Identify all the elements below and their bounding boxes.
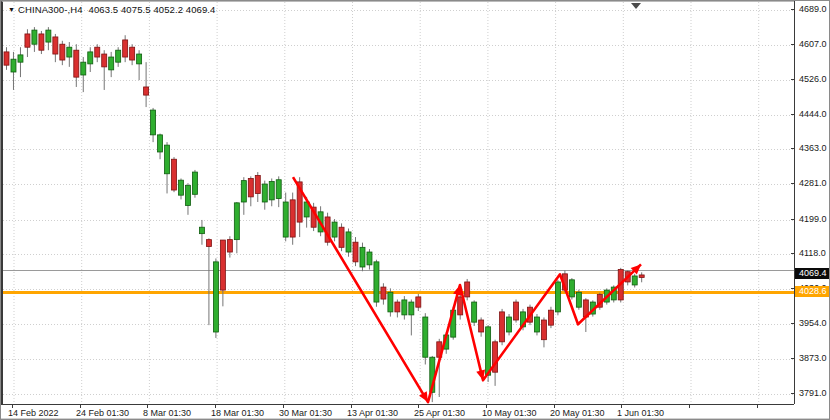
price-axis-label: 3791.0 [799,388,827,398]
candle-body [53,37,58,54]
candle-body [632,276,637,285]
candle-body [548,310,553,325]
time-axis-label: 30 Mar 01:30 [279,408,332,418]
candle-body [500,312,505,342]
price-axis-label: 4526.0 [799,74,827,84]
candle-body [416,297,421,307]
candle-body [172,159,177,190]
axis-corner [794,404,830,418]
candle-body [353,242,358,262]
time-axis-label: 8 Mar 01:30 [143,408,191,418]
time-axis-label: 1 Jun 01:30 [617,408,664,418]
price-axis-tick [791,44,795,45]
legend-symbol-label: CHINA300-,H4 [18,4,83,15]
candle-body [116,50,121,62]
candle-body [185,185,190,205]
candle-body [234,203,239,240]
price-axis-label: 3873.0 [799,353,827,363]
current-price-badge: 4069.4 [795,268,830,279]
candle-body [514,302,519,320]
price-axis-label: 4607.0 [799,39,827,49]
time-axis-label: 24 Feb 01:30 [76,408,129,418]
time-axis-label: 25 Apr 01:30 [414,408,465,418]
price-axis-label: 4444.0 [799,109,827,119]
candle-body [360,247,365,267]
candle-body [151,110,156,135]
candle-body [381,287,386,299]
price-axis-tick [791,114,795,115]
candle-body [130,47,135,60]
candle-body [81,62,86,75]
time-axis-label: 14 Feb 2022 [8,408,59,418]
candle-body [367,252,372,265]
price-axis-tick [791,393,795,394]
candle-body [486,327,491,375]
candle-body [339,227,344,247]
price-axis-label: 4281.0 [799,178,827,188]
candle-body [555,282,560,312]
price-axis-label: 4689.0 [799,4,827,14]
price-axis-tick [791,148,795,149]
legend-dropdown-icon[interactable]: ▼ [8,6,15,13]
candle-body [18,55,23,62]
candle-body [241,181,246,202]
candle-body [465,282,470,297]
candle-body [276,180,281,199]
candle-body [472,302,477,322]
candle-body [220,240,225,290]
candle-body [102,54,107,67]
candle-body [255,175,260,193]
orange-line-price-badge: 4028.6 [795,286,830,297]
price-axis-label: 4118.0 [799,248,826,258]
candle-body [25,34,30,47]
price-axis-tick [791,253,795,254]
candle-body [213,262,218,332]
time-axis[interactable]: 14 Feb 202224 Feb 01:308 Mar 01:3018 Mar… [1,404,794,418]
price-axis-tick [791,323,795,324]
candle-body [248,178,253,196]
price-axis-tick [791,219,795,220]
candle-body [95,47,100,57]
candle-body [88,52,93,64]
candle-body [458,297,463,315]
time-axis-label: 13 Apr 01:30 [347,408,398,418]
price-axis-label: 4363.0 [799,143,827,153]
price-axis-label: 4199.0 [799,214,827,224]
candle-body [46,30,51,42]
candle-body [192,172,197,194]
candle-body [199,227,204,233]
price-axis-tick [791,358,795,359]
candle-body [137,54,142,64]
price-axis-tick [791,79,795,80]
candle-body [206,240,211,247]
candle-body [395,302,400,312]
price-axis-label: 3954.0 [799,318,827,328]
candle-body [332,222,337,237]
candle-body [507,317,512,332]
candlestick-chart[interactable] [3,2,794,404]
legend-ohlc-values: 4063.5 4075.5 4052.2 4069.4 [89,4,216,15]
time-axis-tick [689,405,690,408]
chart-shift-marker-icon[interactable] [631,3,641,9]
candle-body [388,292,393,312]
candle-body [158,135,163,152]
candle-body [179,180,184,195]
price-axis[interactable]: 4069.4 4028.6 4689.04607.04526.04444.043… [794,1,830,404]
candle-body [269,181,274,199]
candle-body [402,300,407,315]
time-axis-label: 10 May 01:30 [482,408,537,418]
chart-plot-area[interactable]: ▼CHINA300-,H44063.5 4075.5 4052.2 4069.4 [1,1,794,404]
candle-body [11,59,16,72]
time-axis-tick [757,405,758,408]
candle-body [165,145,170,174]
candle-body [60,44,65,60]
candle-body [639,275,644,278]
candle-body [541,320,546,340]
candle-body [283,202,288,237]
time-axis-label: 20 May 01:30 [550,408,605,418]
candle-body [109,57,114,70]
candle-body [479,320,484,332]
candle-body [32,30,37,44]
candle-body [576,292,581,307]
candle-body [534,317,539,332]
